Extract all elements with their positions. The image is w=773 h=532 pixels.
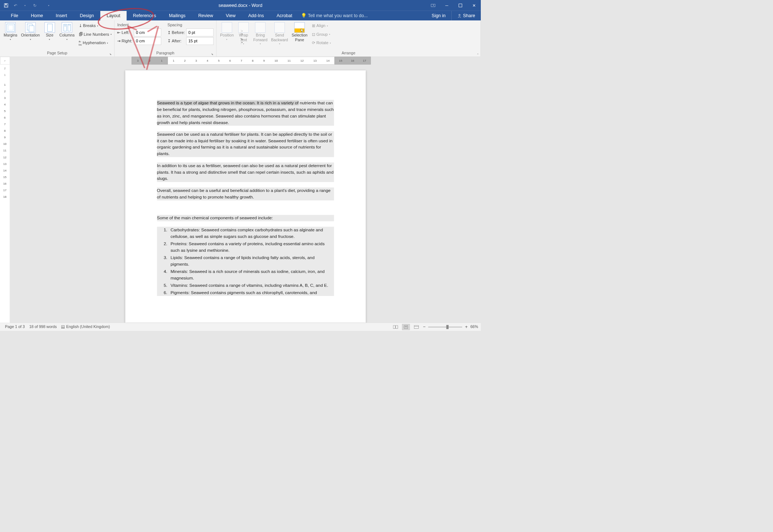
selected-text[interactable]: Seaweed is a type of algae that grows in…: [157, 101, 298, 105]
quick-access-toolbar: ↶ ▾ ↻ ▾: [0, 3, 51, 8]
status-words[interactable]: 18 of 998 words: [27, 325, 59, 329]
tell-me-search[interactable]: 💡 Tell me what you want to do...: [299, 11, 426, 20]
ribbon-display-icon[interactable]: [426, 0, 440, 11]
spacing-after-input[interactable]: ▲▼: [186, 37, 214, 45]
columns-icon: [62, 22, 72, 33]
list-item[interactable]: 4.Minerals: Seaweed is a rich source of …: [164, 268, 334, 281]
group-button: ⊡Group▾: [311, 30, 332, 39]
send-backward-button: Send Backward▾: [269, 21, 290, 46]
close-button[interactable]: ✕: [467, 0, 481, 11]
indent-right-input[interactable]: ▲▼: [134, 37, 161, 45]
indent-left-input[interactable]: ▲▼: [134, 28, 161, 36]
paragraph[interactable]: Overall, seaweed can be a useful and ben…: [157, 187, 334, 200]
zoom-slider[interactable]: [428, 327, 462, 327]
send-backward-icon: [274, 22, 285, 33]
print-layout-button[interactable]: [402, 324, 410, 330]
spacing-before-row: ↥ Before: ▲▼: [166, 28, 214, 37]
numbered-list[interactable]: 1.Carbohydrates: Seaweed contains comple…: [157, 227, 334, 296]
zoom-out-button[interactable]: −: [423, 324, 425, 329]
tab-insert[interactable]: Insert: [49, 11, 73, 20]
svg-rect-1: [5, 4, 7, 5]
paragraph[interactable]: Seaweed is a type of algae that grows in…: [157, 100, 334, 126]
size-button[interactable]: Size▾: [42, 21, 58, 41]
list-item[interactable]: 1.Carbohydrates: Seaweed contains comple…: [164, 227, 334, 239]
tab-references[interactable]: References: [127, 11, 162, 20]
dialog-launcher-icon[interactable]: ⬊: [109, 53, 112, 56]
selection-pane-button[interactable]: Selection Pane: [290, 21, 309, 43]
list-heading[interactable]: Some of the main chemical components of …: [157, 215, 334, 221]
undo-icon[interactable]: ↶: [13, 3, 18, 8]
tab-file[interactable]: File: [4, 11, 24, 20]
qat-customize-icon[interactable]: ▾: [46, 3, 51, 8]
spacing-before-label: Before:: [172, 30, 185, 35]
indent-right-icon: ⇥: [117, 39, 120, 44]
spacing-before-input[interactable]: ▲▼: [186, 28, 214, 36]
list-item[interactable]: 2.Proteins: Seaweed contains a variety o…: [164, 240, 334, 253]
share-label: Share: [463, 13, 475, 18]
horizontal-ruler[interactable]: 3 2 1 1234567891011121314 15 16 17: [10, 57, 481, 65]
document-area[interactable]: Seaweed is a type of algae that grows in…: [10, 65, 481, 323]
breaks-button[interactable]: ⤓Breaks▾: [78, 21, 112, 30]
web-layout-button[interactable]: [413, 324, 420, 330]
zoom-level[interactable]: 66%: [470, 325, 478, 329]
list-item[interactable]: 5.Vitamins: Seaweed contains a range of …: [164, 282, 334, 289]
redo-icon[interactable]: ↻: [32, 3, 38, 8]
dialog-launcher-icon[interactable]: ⬊: [211, 53, 213, 56]
paragraph[interactable]: Seaweed can be used as a natural fertili…: [157, 131, 334, 157]
bring-forward-button: Bring Forward▾: [251, 21, 269, 46]
read-mode-button[interactable]: [391, 324, 399, 330]
svg-point-5: [459, 14, 460, 16]
share-button[interactable]: Share: [451, 11, 481, 20]
tab-design[interactable]: Design: [73, 11, 100, 20]
line-numbers-button[interactable]: 🗐Line Numbers▾: [78, 30, 112, 39]
svg-rect-9: [29, 26, 34, 32]
margins-button[interactable]: Margins▾: [2, 21, 19, 41]
tab-addins[interactable]: Add-Ins: [242, 11, 270, 20]
svg-rect-10: [47, 24, 53, 31]
list-item[interactable]: 6.Pigments: Seaweed contains pigments su…: [164, 289, 334, 296]
ruler-margin-right: 15 16 17: [335, 57, 371, 65]
ribbon-tabs: File Home Insert Design Layout Reference…: [0, 11, 481, 20]
svg-rect-17: [396, 325, 398, 329]
line-numbers-icon: 🗐: [79, 32, 83, 36]
tab-mailings[interactable]: Mailings: [162, 11, 192, 20]
orientation-button[interactable]: Orientation▾: [19, 21, 42, 41]
maximize-button[interactable]: [453, 0, 467, 11]
group-paragraph: Indent ⇤ Left: ▲▼ ⇥ Right: ▲▼ Spacing ↥ …: [115, 20, 216, 57]
size-icon: [45, 22, 55, 33]
window-controls: ─ ✕: [426, 0, 481, 11]
tab-layout[interactable]: Layout: [100, 11, 127, 20]
tab-review[interactable]: Review: [192, 11, 220, 20]
signin-button[interactable]: Sign in: [426, 11, 451, 20]
minimize-button[interactable]: ─: [440, 0, 453, 11]
tab-view[interactable]: View: [220, 11, 242, 20]
columns-button[interactable]: Columns▾: [58, 21, 77, 41]
ruler-area: ⌐ 3 2 1 1234567891011121314 15 16 17: [0, 57, 481, 65]
status-language[interactable]: 🕮 English (United Kingdom): [59, 325, 112, 329]
document-page[interactable]: Seaweed is a type of algae that grows in…: [125, 70, 366, 323]
hyphenation-icon: a-bc: [79, 39, 82, 46]
position-button: Position▾: [218, 21, 236, 41]
tab-selector[interactable]: ⌐: [0, 57, 10, 65]
collapse-ribbon-icon[interactable]: ⌃: [477, 53, 479, 56]
svg-rect-4: [459, 4, 462, 7]
group-label-paragraph: Paragraph: [156, 51, 174, 55]
breaks-icon: ⤓: [79, 23, 82, 28]
tab-acrobat[interactable]: Acrobat: [270, 11, 299, 20]
svg-rect-3: [431, 4, 435, 7]
status-page[interactable]: Page 1 of 3: [3, 325, 27, 329]
list-item[interactable]: 3.Lipids: Seaweed contains a range of li…: [164, 254, 334, 267]
save-icon[interactable]: [3, 3, 9, 8]
zoom-in-button[interactable]: +: [465, 324, 468, 329]
group-label-arrange: Arrange: [342, 51, 356, 55]
tab-home[interactable]: Home: [24, 11, 49, 20]
undo-dropdown-icon[interactable]: ▾: [23, 3, 28, 8]
paragraph[interactable]: In addition to its use as a fertiliser, …: [157, 162, 334, 182]
indent-right-row: ⇥ Right: ▲▼: [116, 37, 162, 46]
share-icon: [457, 14, 461, 18]
hyphenation-button[interactable]: a-bcHyphenation▾: [78, 39, 112, 47]
spacing-before-icon: ↥: [167, 30, 171, 35]
svg-rect-16: [393, 325, 395, 329]
vertical-ruler[interactable]: 2 1 123456789101112131415161718: [0, 65, 10, 323]
ribbon: Margins▾ Orientation▾ Size▾ Columns▾ ⤓Br…: [0, 20, 481, 57]
